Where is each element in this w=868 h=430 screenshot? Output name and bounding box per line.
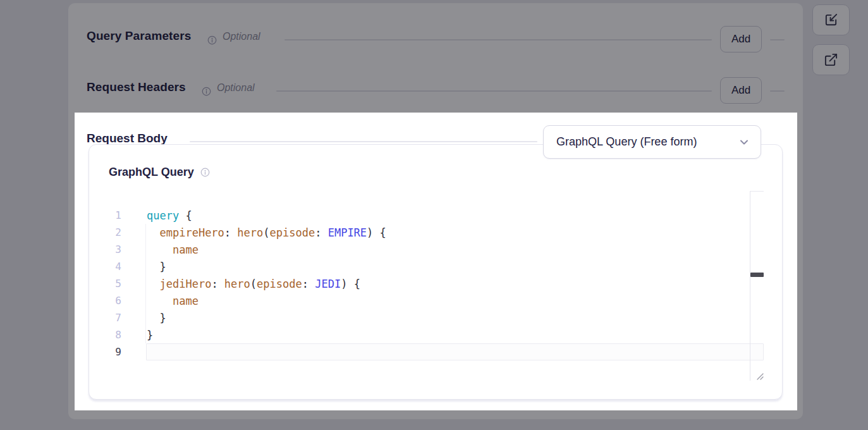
- code-line[interactable]: empireHero: hero(episode: EMPIRE) {: [146, 224, 764, 241]
- request-body-title: Request Body: [87, 132, 168, 145]
- code-token-property: name: [173, 295, 199, 307]
- code-token-property: name: [173, 243, 199, 256]
- code-token-keyword: query: [147, 209, 179, 222]
- code-token-punct: (: [263, 226, 269, 239]
- code-token-punct: (: [250, 278, 257, 290]
- code-token-property: episode: [257, 278, 302, 290]
- scrollbar-track: [750, 191, 750, 381]
- code-token-punct: }: [147, 329, 153, 341]
- code-token-punct: [147, 226, 159, 239]
- graphql-query-label: GraphQL Query: [109, 166, 194, 179]
- code-token-punct: :: [315, 226, 327, 239]
- code-token-punct: :: [302, 278, 315, 290]
- code-token-punct: [147, 243, 173, 256]
- divider: [190, 141, 537, 142]
- divider: [770, 39, 785, 40]
- request-headers-optional: Optional: [217, 82, 255, 94]
- line-number: 4: [99, 258, 121, 275]
- code-line[interactable]: }: [146, 309, 764, 326]
- code-token-property: episode: [270, 226, 315, 239]
- line-number: 3: [99, 241, 121, 258]
- code-token-punct: [147, 295, 173, 307]
- open-external-button[interactable]: [812, 44, 850, 75]
- code-token-punct: ) {: [341, 278, 360, 290]
- code-token-property: hero: [224, 278, 250, 290]
- code-token-atom: JEDI: [315, 278, 341, 290]
- code-token-property: empireHero: [159, 226, 224, 239]
- code-line[interactable]: [146, 343, 764, 360]
- code-line[interactable]: }: [146, 326, 764, 343]
- code-token-punct: :: [224, 226, 237, 239]
- code-token-punct: ) {: [367, 226, 386, 239]
- arrow-into-box-icon: [824, 13, 838, 27]
- add-request-header-button[interactable]: Add: [720, 77, 762, 104]
- code-line[interactable]: query {: [146, 207, 764, 224]
- add-query-parameter-button[interactable]: Add: [720, 26, 762, 52]
- resize-handle-icon[interactable]: [755, 371, 764, 380]
- info-icon[interactable]: [207, 35, 217, 45]
- line-number: 7: [99, 309, 121, 326]
- graphql-query-panel: GraphQL Query 123456789 query { empireHe…: [89, 144, 783, 400]
- divider: [770, 90, 785, 92]
- line-number: 1: [99, 207, 121, 224]
- info-icon[interactable]: [202, 87, 211, 96]
- code-line[interactable]: }: [146, 258, 764, 275]
- code-line[interactable]: name: [146, 241, 764, 258]
- code-line[interactable]: name: [146, 292, 764, 309]
- body-type-dropdown[interactable]: GraphQL Query (Free form): [543, 125, 761, 159]
- code-token-punct: }: [147, 261, 166, 273]
- query-parameters-title: Query Parameters: [87, 29, 191, 43]
- code-token-punct: :: [211, 278, 224, 290]
- line-number: 6: [99, 292, 121, 309]
- edit-in-box-button[interactable]: [812, 4, 850, 35]
- scrollbar-thumb[interactable]: [750, 273, 764, 277]
- scrollbar-track: [750, 191, 764, 192]
- editor-line-numbers: 123456789: [99, 207, 121, 360]
- divider: [284, 39, 712, 40]
- code-token-punct: }: [147, 312, 166, 324]
- code-token-punct: {: [179, 209, 192, 222]
- line-number: 9: [99, 343, 121, 360]
- external-link-icon: [824, 52, 838, 67]
- info-icon[interactable]: [200, 168, 210, 177]
- request-headers-title: Request Headers: [87, 80, 186, 94]
- chevron-down-icon: [738, 136, 750, 149]
- code-token-property: jediHero: [159, 278, 211, 290]
- query-parameters-optional: Optional: [223, 31, 260, 42]
- body-type-selected-value: GraphQL Query (Free form): [556, 135, 738, 149]
- request-body-section: Request Body GraphQL Query (Free form) G…: [75, 113, 797, 410]
- line-number: 2: [99, 224, 121, 241]
- code-token-punct: [147, 278, 159, 290]
- line-number: 5: [99, 275, 121, 292]
- divider: [276, 90, 712, 92]
- line-number: 8: [99, 326, 121, 343]
- code-token-atom: EMPIRE: [328, 226, 367, 239]
- code-line[interactable]: jediHero: hero(episode: JEDI) {: [146, 275, 764, 292]
- editor-code-lines[interactable]: query { empireHero: hero(episode: EMPIRE…: [146, 207, 764, 360]
- code-token-property: hero: [237, 226, 263, 239]
